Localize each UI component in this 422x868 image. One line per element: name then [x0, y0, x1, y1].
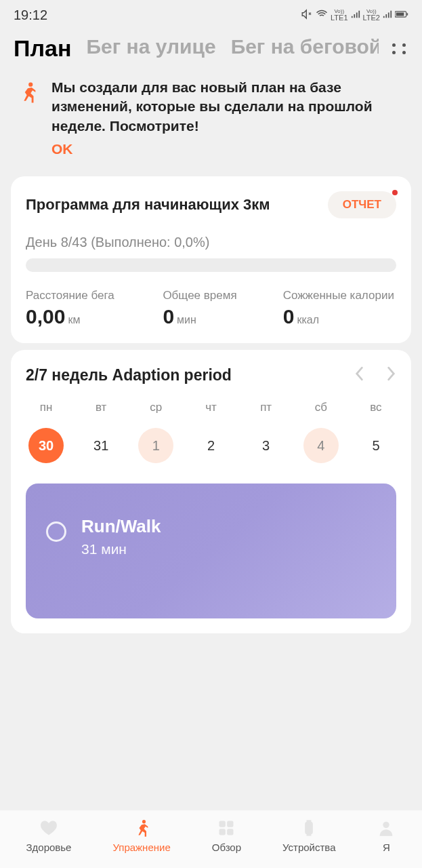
status-time: 19:12: [14, 7, 47, 23]
day-mon[interactable]: пн 30: [27, 401, 65, 463]
tab-outdoor-run[interactable]: Бег на улице: [86, 35, 215, 62]
workout-title: Run/Walk: [81, 516, 161, 537]
stat-distance: Расстояние бега 0,00 км: [26, 288, 156, 328]
svg-rect-6: [228, 821, 234, 827]
overview-icon: [217, 818, 236, 837]
signal1-icon: [351, 9, 360, 20]
person-icon: [377, 818, 396, 837]
battery-icon: [395, 10, 408, 20]
day-wed[interactable]: ср 1: [137, 401, 175, 463]
svg-rect-10: [307, 820, 312, 823]
program-title: Программа для начинающих 3км: [26, 196, 270, 214]
week-card: 2/7 недель Adaption period пн 30 вт 31 с…: [11, 350, 411, 633]
notice-ok-button[interactable]: OK: [51, 141, 73, 157]
svg-rect-5: [219, 821, 226, 827]
svg-point-12: [383, 822, 389, 828]
day-fri[interactable]: пт 3: [247, 401, 285, 463]
more-menu-icon[interactable]: [392, 43, 408, 54]
nav-profile[interactable]: Я: [377, 818, 396, 853]
nav-exercise[interactable]: Упражнение: [112, 818, 170, 853]
stat-calories: Сожженные калории 0 ккал: [283, 288, 396, 328]
svg-rect-7: [219, 829, 226, 835]
tab-treadmill[interactable]: Бег на беговой д: [231, 35, 379, 62]
wifi-icon: [316, 8, 328, 22]
progress-label: День 8/43 (Выполнено: 0,0%): [26, 235, 396, 250]
svg-rect-2: [407, 13, 408, 15]
notice-text: Мы создали для вас новый план на базе из…: [51, 78, 406, 136]
nav-overview[interactable]: Обзор: [212, 818, 241, 853]
notification-dot-icon: [392, 190, 398, 195]
days-row: пн 30 вт 31 ср 1 чт 2 пт 3 сб 4 вс 5: [26, 401, 396, 463]
prev-week-button[interactable]: [354, 365, 364, 386]
day-tue[interactable]: вт 31: [82, 401, 120, 463]
nav-devices[interactable]: Устройства: [282, 818, 335, 853]
runner-icon: [16, 81, 39, 104]
status-bar: 19:12 Vo))LTE1 Vo))LTE2: [0, 0, 422, 27]
tab-plan[interactable]: План: [14, 35, 71, 62]
day-sun[interactable]: вс 5: [357, 401, 395, 463]
bottom-nav: Здоровье Упражнение Обзор Устройства Я: [0, 810, 422, 868]
plan-update-notice: Мы создали для вас новый план на базе из…: [0, 73, 422, 170]
svg-point-4: [142, 820, 146, 823]
heart-icon: [39, 818, 58, 837]
workout-card[interactable]: Run/Walk 31 мин: [26, 484, 396, 618]
workout-duration: 31 мин: [81, 541, 161, 557]
day-thu[interactable]: чт 2: [192, 401, 230, 463]
svg-point-3: [28, 83, 33, 87]
runner-icon: [132, 818, 151, 837]
tabs-row: План Бег на улице Бег на беговой д: [0, 27, 422, 73]
device-icon: [299, 818, 318, 837]
status-icons: Vo))LTE1 Vo))LTE2: [301, 8, 408, 22]
program-card: Программа для начинающих 3км ОТЧЕТ День …: [11, 176, 411, 343]
svg-rect-9: [305, 822, 313, 835]
signal2-icon: [383, 9, 392, 20]
svg-rect-8: [228, 829, 234, 835]
report-button[interactable]: ОТЧЕТ: [328, 191, 396, 218]
nav-health[interactable]: Здоровье: [26, 818, 71, 853]
mute-icon: [301, 8, 313, 22]
svg-rect-11: [307, 833, 312, 836]
day-sat[interactable]: сб 4: [302, 401, 340, 463]
stat-time: Общее время 0 мин: [163, 288, 276, 328]
svg-rect-1: [396, 13, 404, 16]
workout-status-icon: [46, 521, 66, 542]
progress-bar: [26, 258, 396, 272]
week-title: 2/7 недель Adaption period: [26, 366, 232, 384]
next-week-button[interactable]: [387, 365, 396, 386]
